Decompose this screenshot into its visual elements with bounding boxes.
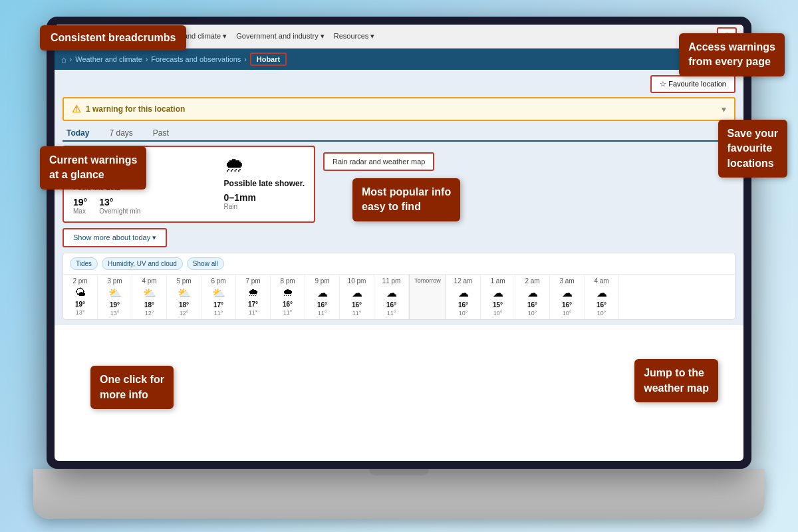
hour-col: 12 am ☁ 16° 10° <box>446 275 481 319</box>
hour-temp: 19° <box>99 301 130 309</box>
warning-text: 1 warning for this location <box>86 104 185 114</box>
hour-label: 3 pm <box>99 277 130 285</box>
hour-label: 5 pm <box>168 277 200 285</box>
show-more-button[interactable]: Show more about today ▾ <box>63 228 167 247</box>
nav-links: Weather and climate ▾ Government and ind… <box>154 32 710 41</box>
hour-feels: 12° <box>168 310 200 317</box>
warning-triangle-icon: ⚠ <box>72 103 80 115</box>
hourly-section: Tides Humidity, UV and cloud Show all 2 … <box>63 253 735 320</box>
hour-feels: 11° <box>307 310 338 317</box>
hour-feels: 11° <box>376 310 407 317</box>
laptop-base <box>33 469 765 519</box>
hourly-grid: 2 pm 🌤 19° 13° 3 pm ⛅ 19° 13° 4 pm ⛅ 18°… <box>63 275 735 319</box>
breadcrumb-item-active: Hobart <box>250 53 287 66</box>
hour-weather-icon: 🌧 <box>272 287 303 299</box>
breadcrumb-bar: ⌂ › Weather and climate › Forecasts and … <box>55 49 743 70</box>
annotation-save-favourite: Save yourfavouritelocations <box>718 120 787 178</box>
hour-label: 2 pm <box>65 277 96 285</box>
hour-label: 4 pm <box>134 277 165 285</box>
hour-temp: 19° <box>65 301 96 308</box>
hour-label: 3 am <box>551 277 583 285</box>
hour-weather-icon: ☁ <box>551 287 583 299</box>
hour-feels: 11° <box>272 309 303 316</box>
max-val: 19° <box>73 197 87 207</box>
hour-col: 9 pm ☁ 16° 11° <box>305 275 340 319</box>
hour-label: 2 am <box>517 277 548 285</box>
top-action-row: ☆ Favourite location <box>63 75 735 93</box>
hour-col: 3 pm ⛅ 19° 13° <box>98 275 132 319</box>
favourite-button[interactable]: ☆ Favourite location <box>650 75 735 93</box>
warning-banner-text: ⚠ 1 warning for this location <box>72 103 185 115</box>
hour-temp: 16° <box>551 301 583 309</box>
hour-temp: 16° <box>586 301 617 309</box>
breadcrumb-item-2[interactable]: Forecasts and observations <box>151 55 241 63</box>
weather-desc-section: 🌧 Possible late shower. 0–1mm Rain <box>213 154 305 210</box>
annotation-access-warnings: Access warningsfrom every page <box>679 33 785 76</box>
hour-col: 4 am ☁ 16° 10° <box>585 275 619 319</box>
breadcrumb-sep-2: › <box>146 56 148 63</box>
rain-radar-button[interactable]: Rain radar and weather map <box>323 152 434 171</box>
annotation-breadcrumbs: Consistent breadcrumbs <box>40 25 186 51</box>
hour-label: 12 am <box>448 277 479 285</box>
tomorrow-divider: Tomorrow <box>409 275 446 319</box>
hour-temp: 16° <box>272 301 303 308</box>
hour-weather-icon: ⛅ <box>168 287 200 299</box>
weather-icon: 🌧 <box>224 154 305 176</box>
hour-feels: 13° <box>99 310 130 317</box>
nav-link-government[interactable]: Government and industry ▾ <box>236 32 325 41</box>
hour-weather-icon: ☁ <box>376 287 407 299</box>
breadcrumb-item-1[interactable]: Weather and climate <box>75 55 142 63</box>
hour-temp: 16° <box>341 301 372 309</box>
annotation-most-popular: Most popular infoeasy to find <box>352 178 460 221</box>
hour-col: 2 am ☁ 16° 10° <box>515 275 550 319</box>
hour-col: 3 am ☁ 16° 10° <box>550 275 585 319</box>
hour-temp: 16° <box>448 301 479 309</box>
hourly-filters: Tides Humidity, UV and cloud Show all <box>63 253 735 275</box>
warning-chevron: ▾ <box>722 104 726 114</box>
hour-feels: 10° <box>517 310 548 317</box>
hour-weather-icon: ⛅ <box>99 287 130 299</box>
rain-value: 0–1mm <box>224 192 305 203</box>
hour-col: 7 pm 🌧 17° 11° <box>236 275 271 319</box>
hour-temp: 15° <box>482 301 513 309</box>
filter-tides[interactable]: Tides <box>70 257 98 270</box>
hour-col: 11 pm ☁ 16° 11° <box>374 275 409 319</box>
hour-weather-icon: 🌧 <box>237 287 269 299</box>
hour-label: 11 pm <box>376 277 407 285</box>
hour-col: 4 pm ⛅ 18° 12° <box>132 275 167 319</box>
hour-temp: 16° <box>376 301 407 309</box>
nav-link-resources[interactable]: Resources ▾ <box>334 32 375 41</box>
hour-feels: 10° <box>448 310 479 317</box>
hour-col: 10 pm ☁ 16° 11° <box>340 275 374 319</box>
right-controls: Rain radar and weather map <box>323 146 434 171</box>
hour-weather-icon: 🌤 <box>65 287 96 299</box>
warning-banner[interactable]: ⚠ 1 warning for this location ▾ <box>63 97 735 121</box>
hour-col: 2 pm 🌤 19° 13° <box>63 275 98 319</box>
hour-col: 6 pm ⛅ 17° 11° <box>201 275 236 319</box>
annotation-jump-weather: Jump to theweather map <box>634 359 718 402</box>
hour-weather-icon: ☁ <box>341 287 372 299</box>
hour-weather-icon: ☁ <box>517 287 548 299</box>
tabs-row: Today 7 days Past <box>63 126 735 142</box>
hour-feels: 10° <box>551 310 583 317</box>
max-temp: 19° Max <box>73 197 87 215</box>
hour-col: 1 am ☁ 15° 10° <box>481 275 515 319</box>
filter-humidity[interactable]: Humidity, UV and cloud <box>102 257 183 270</box>
rain-label: Rain <box>224 203 305 210</box>
hour-label: 7 pm <box>237 277 269 285</box>
hour-weather-icon: ☁ <box>307 287 338 299</box>
hour-weather-icon: ⛅ <box>203 287 234 299</box>
tab-today[interactable]: Today <box>63 126 93 142</box>
filter-show-all[interactable]: Show all <box>187 257 224 270</box>
weather-description: Possible late shower. <box>224 179 305 188</box>
hour-temp: 18° <box>168 301 200 309</box>
tab-past[interactable]: Past <box>149 126 173 140</box>
annotation-current-warnings: Current warningsat a glance <box>40 146 146 190</box>
tab-7days[interactable]: 7 days <box>105 126 136 140</box>
hour-temp: 17° <box>203 301 234 309</box>
hour-weather-icon: ☁ <box>448 287 479 299</box>
breadcrumb-home-icon: ⌂ <box>61 55 66 65</box>
temp-extremes: 19° Max 13° Overnight min <box>73 197 140 215</box>
hour-col: 8 pm 🌧 16° 11° <box>271 275 305 319</box>
hour-temp: 16° <box>307 301 338 309</box>
